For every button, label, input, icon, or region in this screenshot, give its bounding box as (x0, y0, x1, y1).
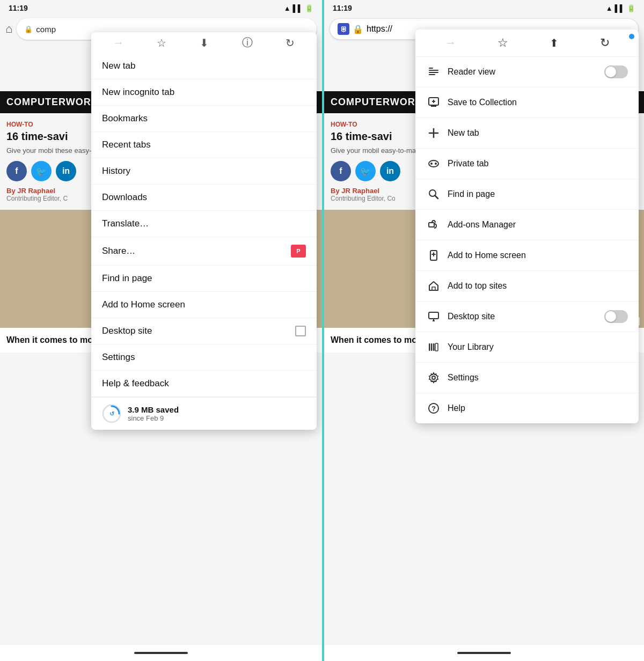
menu-item-translate[interactable]: Translate… (91, 211, 317, 237)
library-icon (426, 340, 441, 355)
right-wifi-icon: ▲ (606, 4, 613, 12)
ff-find-left: Find in page (426, 187, 495, 202)
ff-menu-item-help[interactable]: ? Help (415, 393, 639, 423)
ff-menu-item-save-collection[interactable]: Save to Collection (415, 87, 639, 118)
menu-item-add-to-home[interactable]: Add to Home screen (91, 292, 317, 318)
left-bottom-bar (0, 645, 322, 661)
left-facebook-icon[interactable]: f (6, 161, 27, 181)
desktop-site-toggle[interactable] (604, 310, 628, 323)
ff-menu-item-addons[interactable]: Add-ons Manager (415, 210, 639, 240)
ff-settings-left: Settings (426, 370, 479, 385)
right-twitter-icon[interactable]: 🐦 (355, 161, 376, 181)
menu-item-new-incognito-tab[interactable]: New incognito tab (91, 79, 317, 106)
ff-addons-left: Add-ons Manager (426, 217, 516, 232)
menu-item-share-label: Share… (102, 246, 135, 256)
svg-rect-31 (429, 74, 435, 75)
desktop-site-checkbox[interactable] (295, 326, 306, 336)
ff-menu-item-desktop-site[interactable]: Desktop site (415, 302, 639, 332)
left-status-time: 11:19 (9, 4, 28, 12)
ff-menu-item-add-top-sites[interactable]: Add to top sites (415, 271, 639, 302)
right-status-bar: 11:19 ▲ ▌▌ 🔋 (324, 0, 644, 16)
ff-new-tab-label: New tab (448, 128, 479, 138)
svg-point-38 (429, 160, 438, 167)
right-facebook-icon[interactable]: f (331, 161, 351, 181)
ff-private-tab-label: Private tab (448, 159, 488, 168)
svg-rect-28 (429, 68, 433, 69)
svg-line-42 (435, 196, 438, 199)
right-share-icon[interactable]: ⬆ (550, 36, 559, 49)
menu-item-help-feedback[interactable]: Help & feedback (91, 371, 317, 397)
ff-top-sites-left: Add to top sites (426, 278, 507, 293)
svg-rect-52 (431, 343, 433, 351)
left-info-icon[interactable]: ⓘ (242, 35, 253, 50)
monitor-icon (426, 309, 441, 324)
menu-item-recent-tabs-label: Recent tabs (102, 139, 151, 150)
ff-menu-item-add-home[interactable]: Add to Home screen (415, 240, 639, 271)
ff-reader-view-left: Reader view (426, 64, 495, 79)
left-battery-icon: 🔋 (305, 4, 313, 12)
menu-item-find-label: Find in page (102, 273, 152, 284)
svg-rect-48 (429, 312, 438, 319)
svg-rect-43 (429, 223, 434, 227)
left-download-icon[interactable]: ⬇ (200, 36, 209, 49)
ff-add-home-left: Add to Home screen (426, 248, 526, 263)
right-panel: 11:19 ▲ ▌▌ 🔋 ⛨ 🔒 https:// COMPUTERWORLD … (322, 0, 644, 661)
left-status-bar: 11:19 ▲ ▌▌ 🔋 (0, 0, 322, 16)
menu-item-find-in-page[interactable]: Find in page (91, 266, 317, 292)
right-blue-dot (629, 34, 634, 39)
ff-save-collection-label: Save to Collection (448, 98, 517, 107)
left-signal-icon: ▌▌ (293, 4, 303, 12)
ff-private-tab-left: Private tab (426, 156, 488, 171)
left-panel: 11:19 ▲ ▌▌ 🔋 ⌂ 🔒 comp COMPUTERWORLD HOW-… (0, 0, 322, 661)
menu-item-new-tab-label: New tab (102, 61, 135, 71)
right-linkedin-icon[interactable]: in (380, 161, 400, 181)
reader-view-toggle[interactable] (604, 65, 628, 78)
svg-rect-54 (435, 343, 438, 351)
menu-item-desktop-site[interactable]: Desktop site (91, 318, 317, 344)
right-bookmark-icon[interactable]: ☆ (497, 36, 508, 50)
right-url-text: https:// (367, 24, 392, 34)
left-lock-icon: 🔒 (24, 25, 33, 33)
menu-item-share[interactable]: Share… P (91, 237, 317, 266)
ff-menu-item-new-tab[interactable]: New tab (415, 118, 639, 149)
svg-rect-29 (429, 70, 438, 71)
svg-text:↺: ↺ (109, 410, 114, 417)
menu-item-bookmarks[interactable]: Bookmarks (91, 106, 317, 132)
ff-menu-item-reader-view[interactable]: Reader view (415, 57, 639, 87)
menu-item-recent-tabs[interactable]: Recent tabs (91, 132, 317, 158)
ff-menu-item-library[interactable]: Your Library (415, 332, 639, 363)
right-forward-icon[interactable]: → (444, 36, 456, 50)
ff-find-label: Find in page (448, 189, 495, 199)
plus-icon (426, 126, 441, 141)
ff-menu-item-private-tab[interactable]: Private tab (415, 149, 639, 179)
ff-desktop-label: Desktop site (448, 312, 495, 321)
phone-add-icon (426, 248, 441, 263)
left-forward-icon[interactable]: → (113, 36, 124, 49)
ff-addons-label: Add-ons Manager (448, 220, 516, 230)
left-bookmark-icon[interactable]: ☆ (157, 36, 166, 49)
right-refresh-icon[interactable]: ↻ (600, 36, 610, 50)
right-status-time: 11:19 (333, 4, 352, 12)
right-dropdown-menu: → ☆ ⬆ ↻ Reader view Save to Collection (415, 30, 639, 423)
ff-menu-item-settings[interactable]: Settings (415, 363, 639, 393)
search-icon (426, 187, 441, 202)
right-ff-toolbar: → ☆ ⬆ ↻ (415, 30, 639, 57)
left-home-icon[interactable]: ⌂ (5, 22, 12, 36)
ff-menu-item-find-in-page[interactable]: Find in page (415, 179, 639, 210)
menu-item-new-tab[interactable]: New tab (91, 53, 317, 79)
menu-item-history[interactable]: History (91, 158, 317, 185)
menu-item-settings[interactable]: Settings (91, 344, 317, 371)
ff-new-tab-left: New tab (426, 126, 479, 141)
left-linkedin-icon[interactable]: in (56, 161, 76, 181)
menu-item-desktop-label: Desktop site (102, 326, 152, 336)
left-twitter-icon[interactable]: 🐦 (31, 161, 52, 181)
ff-top-sites-label: Add to top sites (448, 281, 507, 291)
savings-icon: ↺ (102, 404, 121, 423)
left-refresh-icon[interactable]: ↻ (286, 36, 295, 49)
menu-item-translate-label: Translate… (102, 218, 149, 229)
menu-item-downloads[interactable]: Downloads (91, 185, 317, 211)
ff-reader-view-label: Reader view (448, 67, 495, 77)
svg-point-55 (432, 376, 435, 379)
savings-text: 3.9 MB saved since Feb 9 (128, 405, 179, 422)
left-dropdown-menu: → ☆ ⬇ ⓘ ↻ New tab New incognito tab Book… (91, 32, 317, 430)
